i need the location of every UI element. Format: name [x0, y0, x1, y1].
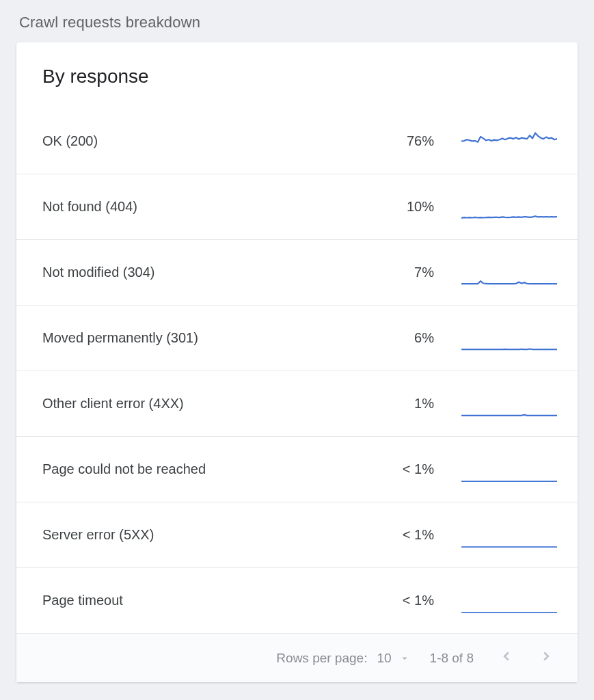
response-label: Page could not be reached [42, 461, 373, 477]
pagination-nav [493, 645, 560, 672]
response-label: Not found (404) [42, 199, 373, 215]
rows-per-page: Rows per page: 10 [276, 651, 410, 666]
response-list: OK (200)76%Not found (404)10%Not modifie… [16, 108, 578, 633]
table-row[interactable]: Page timeout< 1% [16, 567, 578, 633]
response-label: OK (200) [42, 133, 373, 149]
sparkline [461, 195, 557, 219]
rows-per-page-value: 10 [377, 651, 391, 666]
table-row[interactable]: Other client error (4XX)1% [16, 371, 578, 436]
pagination-footer: Rows per page: 10 1-8 of 8 [16, 633, 578, 682]
response-percent: 10% [373, 199, 434, 215]
page-header: Crawl requests breakdown [0, 0, 594, 40]
sparkline [461, 260, 557, 285]
by-response-card: By response OK (200)76%Not found (404)10… [16, 42, 578, 682]
response-percent: 1% [373, 396, 434, 412]
response-label: Other client error (4XX) [42, 396, 373, 412]
response-label: Page timeout [42, 593, 373, 608]
response-percent: < 1% [373, 593, 434, 608]
chevron-left-icon [499, 649, 514, 667]
sparkline [461, 589, 557, 613]
prev-page-button[interactable] [493, 645, 520, 672]
pagination-range: 1-8 of 8 [430, 651, 474, 666]
sparkline [461, 129, 557, 153]
table-row[interactable]: Not found (404)10% [16, 174, 578, 239]
table-row[interactable]: Moved permanently (301)6% [16, 305, 578, 371]
response-label: Moved permanently (301) [42, 330, 373, 346]
response-percent: < 1% [373, 461, 434, 477]
response-percent: 76% [373, 133, 434, 149]
response-percent: 6% [373, 330, 434, 346]
dropdown-icon [399, 652, 411, 664]
response-percent: < 1% [373, 527, 434, 543]
rows-per-page-select[interactable]: 10 [377, 651, 410, 666]
table-row[interactable]: Server error (5XX)< 1% [16, 502, 578, 567]
sparkline [461, 392, 557, 416]
next-page-button[interactable] [532, 645, 560, 672]
response-label: Not modified (304) [42, 265, 373, 280]
sparkline [461, 457, 557, 482]
response-label: Server error (5XX) [42, 527, 373, 543]
table-row[interactable]: Not modified (304)7% [16, 239, 578, 305]
table-row[interactable]: OK (200)76% [16, 108, 578, 174]
sparkline [461, 523, 557, 548]
chevron-right-icon [539, 649, 554, 667]
table-row[interactable]: Page could not be reached< 1% [16, 436, 578, 502]
card-title: By response [16, 42, 578, 108]
response-percent: 7% [373, 265, 434, 280]
sparkline [461, 326, 557, 351]
rows-per-page-label: Rows per page: [276, 651, 367, 666]
